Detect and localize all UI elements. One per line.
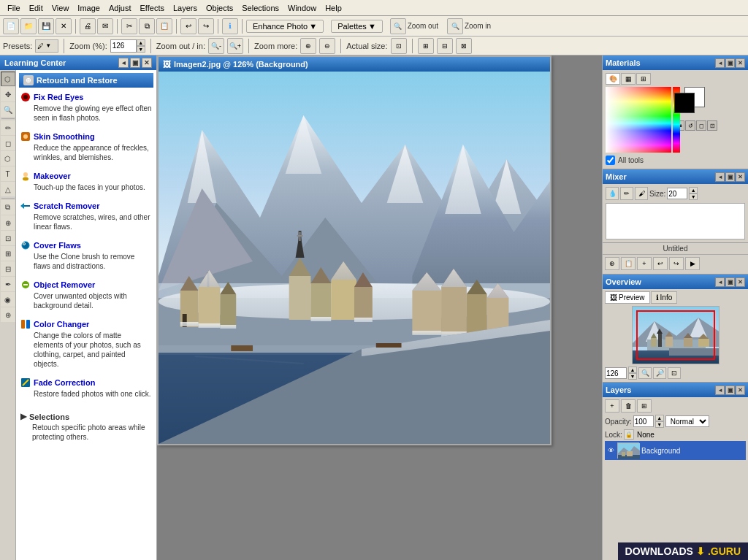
mat-tab-color[interactable]: 🎨 bbox=[606, 73, 620, 85]
feature-skin-smoothing[interactable]: Skin Smoothing Reduce the appearance of … bbox=[19, 130, 153, 164]
menu-adjust[interactable]: Adjust bbox=[104, 2, 136, 14]
new-btn[interactable]: 📄 bbox=[3, 18, 19, 34]
fg-bg-swatch[interactable] bbox=[674, 87, 705, 118]
mat-minimize[interactable]: ◂ bbox=[715, 58, 725, 68]
lc-minimize-btn[interactable]: ◂ bbox=[118, 58, 129, 68]
mixer-btn2[interactable]: ✏ bbox=[620, 187, 633, 200]
ov-tab-info[interactable]: ℹ Info bbox=[651, 291, 678, 304]
feature-object-remover[interactable]: Object Remover Cover unwanted objects wi… bbox=[19, 278, 153, 312]
delete-layer-btn[interactable]: 🗑 bbox=[621, 399, 636, 413]
new-layer-btn[interactable]: + bbox=[605, 399, 619, 413]
tool-text[interactable]: T bbox=[1, 166, 15, 181]
zoom-more-btn[interactable]: ⊕ bbox=[300, 38, 316, 54]
opacity-input[interactable] bbox=[633, 415, 654, 427]
mat-close[interactable]: ✕ bbox=[736, 58, 745, 68]
zoom-up[interactable]: ▲ bbox=[137, 39, 145, 46]
ov-zoom-input[interactable] bbox=[605, 367, 627, 379]
lc-close-btn[interactable]: ✕ bbox=[142, 58, 152, 68]
feature-scratch-remover[interactable]: Scratch Remover Remove scratches, wires,… bbox=[19, 199, 153, 233]
tool-retouch[interactable]: ⊕ bbox=[1, 215, 15, 230]
layer-visibility-eye[interactable]: 👁 bbox=[606, 446, 615, 455]
ov-zoom-up[interactable]: ▲ bbox=[628, 367, 637, 373]
zoom-down[interactable]: ▼ bbox=[137, 46, 145, 53]
close-btn[interactable]: ✕ bbox=[56, 18, 72, 34]
feature-fix-red-eyes[interactable]: Fix Red Eyes Remove the glowing eye effe… bbox=[19, 91, 153, 124]
feature-cover-flaws[interactable]: Cover Flaws Use the Clone brush to remov… bbox=[19, 239, 153, 272]
menu-edit[interactable]: Edit bbox=[25, 2, 47, 14]
actual-size-btn[interactable]: ⊡ bbox=[391, 38, 407, 54]
tool-zoom-lc[interactable]: 🔍 bbox=[1, 102, 15, 117]
ov-zoom-down[interactable]: ▼ bbox=[628, 373, 637, 380]
ut-btn3[interactable]: + bbox=[637, 257, 652, 270]
zoom-in-label[interactable]: Zoom in bbox=[465, 22, 491, 30]
tool-shape[interactable]: △ bbox=[1, 182, 15, 196]
mix-minimize[interactable]: ◂ bbox=[715, 172, 725, 182]
menu-objects[interactable]: Objects bbox=[202, 2, 237, 14]
tool-crop[interactable]: ⊡ bbox=[1, 231, 15, 245]
menu-selections[interactable]: Selections bbox=[237, 2, 283, 14]
size-input[interactable] bbox=[667, 188, 687, 199]
tool-measure[interactable]: ⊟ bbox=[1, 261, 15, 276]
lay-float[interactable]: ▣ bbox=[725, 386, 735, 395]
fit-btn[interactable]: ⊞ bbox=[418, 38, 434, 54]
color-spectrum[interactable] bbox=[606, 87, 671, 153]
menu-help[interactable]: Help bbox=[321, 2, 346, 14]
mix-float[interactable]: ▣ bbox=[725, 172, 735, 182]
lay-minimize[interactable]: ◂ bbox=[715, 386, 725, 395]
menu-layers[interactable]: Layers bbox=[169, 2, 202, 14]
tool-straighten[interactable]: ⊞ bbox=[1, 246, 15, 261]
menu-effects[interactable]: Effects bbox=[136, 2, 169, 14]
mixer-btn1[interactable]: 💧 bbox=[606, 187, 619, 200]
layer-item-background[interactable]: 👁 Background bbox=[605, 441, 746, 460]
tool-select2[interactable]: ◉ bbox=[1, 292, 15, 307]
tool-pointer[interactable]: ⬡ bbox=[1, 72, 15, 86]
zoom-out-label[interactable]: Zoom out bbox=[408, 22, 438, 30]
lay-close[interactable]: ✕ bbox=[736, 386, 745, 395]
mat-tab-pattern[interactable]: ⊞ bbox=[636, 73, 651, 85]
mat-float[interactable]: ▣ bbox=[725, 58, 735, 68]
all-tools-checkbox[interactable] bbox=[606, 156, 615, 165]
cut-btn[interactable]: ✂ bbox=[121, 18, 137, 34]
ut-btn1[interactable]: ⊕ bbox=[605, 257, 619, 270]
palettes-btn[interactable]: Palettes ▼ bbox=[331, 20, 383, 33]
tool-move[interactable]: ✥ bbox=[1, 87, 15, 101]
lock-all-btn[interactable]: 🔒 bbox=[624, 429, 634, 440]
menu-file[interactable]: File bbox=[3, 2, 25, 14]
tool-pen[interactable]: ✒ bbox=[1, 277, 15, 291]
feature-makeover[interactable]: Makeover Touch-up the faces in your phot… bbox=[19, 169, 153, 193]
lc-float-btn[interactable]: ▣ bbox=[130, 58, 140, 68]
opacity-down[interactable]: ▼ bbox=[655, 421, 664, 428]
info-btn[interactable]: ℹ bbox=[222, 18, 238, 34]
tool-clone[interactable]: ⧉ bbox=[1, 200, 15, 215]
copy-btn[interactable]: ⧉ bbox=[139, 18, 155, 34]
blend-mode-select[interactable]: Normal Multiply Screen bbox=[665, 415, 709, 427]
open-btn[interactable]: 📁 bbox=[20, 18, 37, 34]
paste-btn[interactable]: 📋 bbox=[156, 18, 172, 34]
feature-fade-correction[interactable]: Fade Correction Restore faded photos wit… bbox=[19, 376, 153, 400]
mixer-btn3[interactable]: 🖌 bbox=[635, 187, 648, 200]
enhance-photo-btn[interactable]: Enhance Photo ▼ bbox=[246, 20, 324, 33]
print-btn[interactable]: 🖨 bbox=[80, 18, 96, 34]
ov-minimize[interactable]: ◂ bbox=[715, 277, 725, 287]
ut-btn5[interactable]: ↪ bbox=[669, 257, 684, 270]
tool-erase[interactable]: ◻ bbox=[1, 136, 15, 150]
email-btn[interactable]: ✉ bbox=[97, 18, 113, 34]
undo-btn[interactable]: ↩ bbox=[180, 18, 196, 34]
save-btn[interactable]: 💾 bbox=[38, 18, 54, 34]
feature-selections[interactable]: ▶ Selections Retouch specific photo area… bbox=[19, 406, 153, 443]
menu-image[interactable]: Image bbox=[73, 2, 104, 14]
size-down[interactable]: ▼ bbox=[689, 193, 698, 200]
full-btn[interactable]: ⊟ bbox=[437, 38, 453, 54]
reset-colors-btn[interactable]: ↺ bbox=[685, 120, 695, 131]
tool-fill[interactable]: ⬡ bbox=[1, 151, 15, 166]
size-up[interactable]: ▲ bbox=[689, 187, 698, 193]
tool-paint[interactable]: ✏ bbox=[1, 120, 15, 135]
menu-window[interactable]: Window bbox=[283, 2, 321, 14]
ov-close[interactable]: ✕ bbox=[736, 277, 745, 287]
ut-btn6[interactable]: ▶ bbox=[685, 257, 700, 270]
redo-btn[interactable]: ↪ bbox=[198, 18, 214, 34]
mixer-canvas[interactable] bbox=[606, 203, 745, 239]
menu-view[interactable]: View bbox=[47, 2, 74, 14]
feature-color-changer[interactable]: Color Changer Change the colors of matte… bbox=[19, 318, 153, 370]
ov-float[interactable]: ▣ bbox=[725, 277, 735, 287]
